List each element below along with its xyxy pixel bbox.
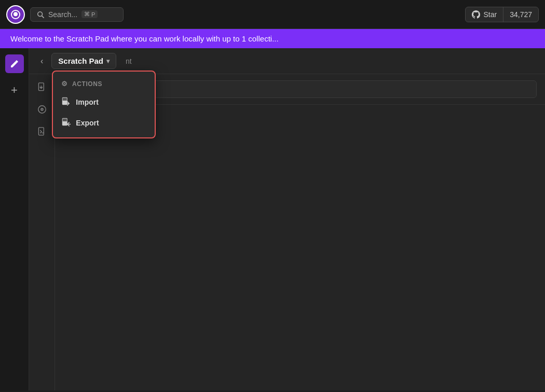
star-button[interactable]: Star 34,727	[465, 7, 539, 22]
import-menu-item[interactable]: Import	[53, 92, 155, 113]
add-icon: +	[11, 83, 18, 96]
svg-line-1	[42, 16, 44, 18]
collection-import-icon[interactable]	[35, 80, 49, 96]
content-area: ‹ Scratch Pad ▾ ⚙ ACTIONS	[29, 48, 545, 390]
search-kbd: ⌘ P	[81, 10, 98, 18]
sidebar-icon-edit[interactable]	[5, 54, 24, 73]
content-header: ‹ Scratch Pad ▾ ⚙ ACTIONS	[29, 48, 545, 74]
search-icon	[37, 11, 44, 18]
empty-content	[55, 105, 545, 390]
star-text: Star	[483, 10, 497, 19]
search-bar[interactable]: Search... ⌘ P	[30, 7, 124, 22]
back-button[interactable]: ‹	[37, 54, 46, 68]
star-count: 34,727	[503, 7, 538, 22]
workspace-dropdown-trigger[interactable]: Scratch Pad ▾ ⚙ ACTIONS	[51, 53, 116, 69]
left-sidebar: +	[0, 48, 29, 390]
main-layout: + ‹ Scratch Pad ▾ ⚙ ACTIONS	[0, 48, 545, 390]
import-icon	[61, 96, 71, 108]
sidebar-add-button[interactable]: +	[8, 80, 21, 100]
search-placeholder: Search...	[48, 10, 77, 19]
back-chevron: ‹	[40, 57, 43, 65]
export-menu-item[interactable]: Export	[53, 113, 155, 133]
mock-icon[interactable]	[35, 125, 49, 141]
logo[interactable]	[6, 5, 25, 24]
header-partial-text: nt	[126, 57, 132, 65]
actions-section-label: ⚙ ACTIONS	[53, 76, 155, 92]
star-label-container: Star	[466, 7, 503, 22]
svg-rect-6	[63, 119, 67, 121]
gear-icon: ⚙	[61, 80, 68, 88]
top-nav: Search... ⌘ P Star 34,727	[0, 0, 545, 29]
github-icon	[472, 10, 480, 19]
import-label: Import	[76, 98, 99, 106]
welcome-banner: Welcome to the Scratch Pad where you can…	[0, 29, 545, 48]
content-sidebar-icons	[29, 74, 55, 390]
chevron-down-icon: ▾	[106, 58, 110, 65]
actions-dropdown: ⚙ ACTIONS Import	[52, 71, 156, 138]
export-icon	[61, 117, 71, 129]
environment-icon[interactable]	[35, 103, 49, 119]
svg-rect-3	[63, 98, 67, 101]
export-label: Export	[76, 119, 99, 127]
workspace-name: Scratch Pad	[58, 57, 103, 65]
svg-point-11	[41, 109, 42, 110]
banner-text: Welcome to the Scratch Pad where you can…	[10, 34, 279, 43]
